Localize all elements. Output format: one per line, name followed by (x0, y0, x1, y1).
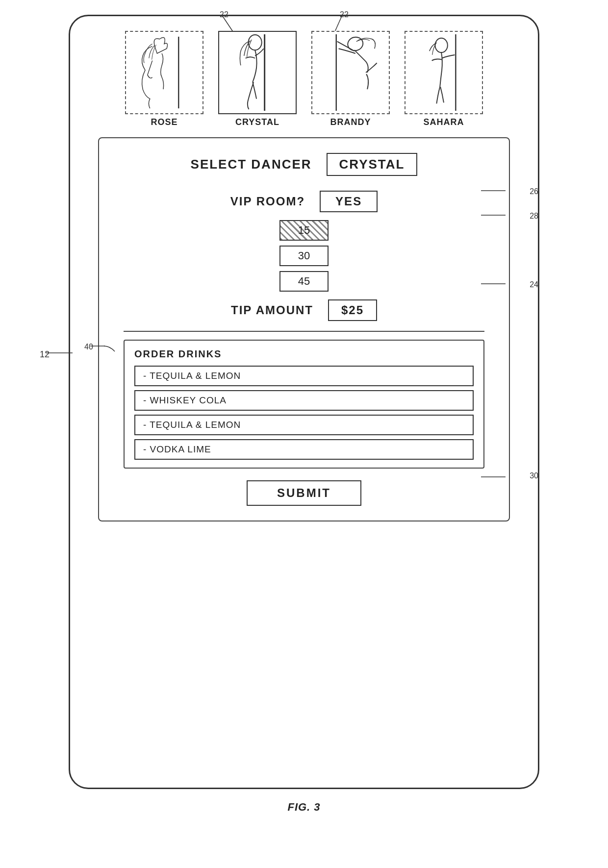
dancer-item-sahara[interactable]: SAHARA (405, 31, 483, 127)
dancer-silhouette-brandy (312, 32, 389, 113)
ref-26-label: 26 (530, 187, 538, 196)
dancer-label-rose: ROSE (151, 117, 177, 127)
order-drinks-label: ORDER DRINKS (134, 348, 474, 360)
drink-item-0[interactable]: - TEQUILA & LEMON (134, 366, 474, 386)
vip-room-row: VIP ROOM? YES (124, 191, 484, 212)
order-drinks-wrapper: 40 ORDER DRINKS - TEQUILA & LEMON - WHIS… (124, 340, 484, 469)
svg-point-7 (346, 35, 364, 52)
ref-40-label: 40 (84, 343, 93, 351)
figure-label: FIG. 3 (287, 801, 320, 814)
ref-12-line (46, 352, 75, 353)
drink-item-3[interactable]: - VODKA LIME (134, 439, 474, 460)
dancer-label-crystal: CRYSTAL (235, 117, 279, 127)
dancer-item-rose[interactable]: ROSE (125, 31, 203, 127)
duration-option-45[interactable]: 45 (279, 271, 329, 292)
selected-dancer-value[interactable]: CRYSTAL (327, 153, 418, 176)
duration-option-15[interactable]: 15 (279, 220, 329, 241)
dancers-section: 22 22 (90, 31, 518, 137)
select-dancer-row: SELECT DANCER CRYSTAL (124, 153, 484, 176)
dancer-thumb-crystal[interactable] (218, 31, 297, 114)
tablet-frame: 12 22 22 (69, 15, 539, 789)
order-drinks-section: ORDER DRINKS - TEQUILA & LEMON - WHISKEY… (124, 340, 484, 469)
ref-40-line (90, 346, 120, 347)
select-dancer-label: SELECT DANCER (191, 157, 312, 172)
ref-30-line (506, 476, 532, 477)
dancer-label-sahara: SAHARA (423, 117, 464, 127)
dancer-thumb-rose[interactable] (125, 31, 203, 114)
vip-room-label: VIP ROOM? (230, 195, 305, 208)
dancer-label-brandy: BRANDY (330, 117, 371, 127)
svg-point-9 (435, 38, 447, 52)
tip-amount-label: TIP AMOUNT (231, 303, 313, 317)
vip-room-value[interactable]: YES (320, 191, 378, 212)
ref-26-line (506, 190, 532, 191)
dancer-item-brandy[interactable]: BRANDY (311, 31, 390, 127)
submit-row: SUBMIT (124, 480, 484, 506)
ref-28-label: 28 (530, 212, 538, 221)
dancer-silhouette-crystal (219, 32, 296, 113)
ref-28-line (506, 215, 532, 216)
submit-button[interactable]: SUBMIT (247, 480, 361, 506)
duration-option-30[interactable]: 30 (279, 246, 329, 266)
dancer-thumb-brandy[interactable] (311, 31, 390, 114)
drink-item-1[interactable]: - WHISKEY COLA (134, 390, 474, 411)
dancer-silhouette-rose (126, 32, 203, 113)
ref-12-label: 12 (40, 349, 50, 360)
page-wrapper: 12 22 22 (0, 0, 608, 868)
tip-amount-value[interactable]: $25 (328, 299, 377, 321)
ref-24-label: 24 (530, 280, 538, 289)
section-divider (124, 331, 484, 332)
tip-amount-row: TIP AMOUNT $25 (124, 299, 484, 321)
duration-options: 15 30 45 (124, 220, 484, 292)
dancer-thumb-sahara[interactable] (405, 31, 483, 114)
ref-24-line (506, 283, 532, 284)
ref-30-label: 30 (530, 471, 538, 480)
dancer-silhouette-sahara (405, 32, 482, 113)
content-panel: 26 28 24 30 SELECT DANCER CRYSTAL (98, 137, 510, 521)
drink-item-2[interactable]: - TEQUILA & LEMON (134, 415, 474, 435)
dancer-item-crystal[interactable]: CRYSTAL (218, 31, 297, 127)
dancers-row: ROSE (90, 31, 518, 127)
